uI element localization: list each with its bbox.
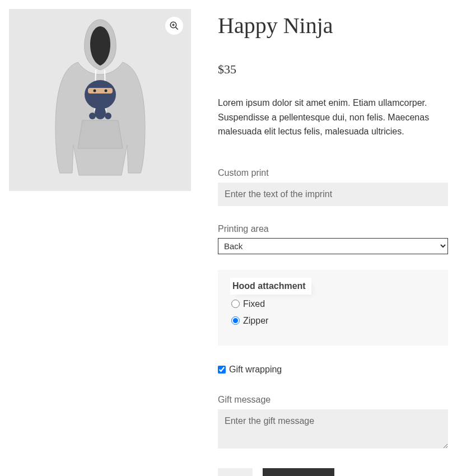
svg-point-2 <box>85 80 116 109</box>
quantity-input[interactable] <box>218 468 253 476</box>
magnify-plus-icon <box>169 21 179 31</box>
printing-area-select[interactable]: Back <box>218 238 448 254</box>
product-short-description: Lorem ipsum dolor sit amet enim. Etiam u… <box>218 96 448 139</box>
gift-message-label: Gift message <box>218 393 448 407</box>
hood-zipper-radio[interactable] <box>231 316 240 325</box>
gift-wrapping-label[interactable]: Gift wrapping <box>229 362 282 377</box>
hood-attachment-legend: Hood attachment <box>230 278 311 295</box>
hood-fixed-radio[interactable] <box>231 300 240 308</box>
printing-area-label: Printing area <box>218 222 448 236</box>
hood-attachment-fieldset: Hood attachment Fixed Zipper <box>218 270 448 346</box>
zoom-button[interactable] <box>165 17 183 35</box>
svg-point-5 <box>104 89 107 92</box>
custom-print-label: Custom print <box>218 166 448 180</box>
hood-fixed-label[interactable]: Fixed <box>243 297 265 311</box>
add-to-cart-row: Add to cart <box>218 468 448 476</box>
hoodie-illustration <box>39 16 162 184</box>
product-title: Happy Ninja <box>218 12 448 39</box>
svg-point-7 <box>89 113 96 119</box>
product-image[interactable] <box>9 9 191 191</box>
svg-rect-3 <box>88 88 113 94</box>
gift-message-field: Gift message <box>218 393 448 452</box>
svg-point-8 <box>105 113 111 119</box>
svg-point-4 <box>93 89 96 92</box>
hood-option-fixed: Fixed <box>231 297 435 311</box>
hood-zipper-label[interactable]: Zipper <box>243 314 268 328</box>
gift-wrapping-checkbox[interactable] <box>218 366 226 374</box>
custom-print-field: Custom print <box>218 166 448 206</box>
add-to-cart-button[interactable]: Add to cart <box>263 468 334 476</box>
svg-point-6 <box>95 106 106 119</box>
product-price: $35 <box>218 59 448 79</box>
gift-wrapping-field: Gift wrapping <box>218 362 448 377</box>
gift-message-textarea[interactable] <box>218 409 448 449</box>
printing-area-field: Printing area Back <box>218 222 448 255</box>
product-gallery <box>9 9 191 476</box>
product-summary: Happy Ninja $35 Lorem ipsum dolor sit am… <box>218 9 448 476</box>
custom-print-input[interactable] <box>218 183 448 206</box>
hood-option-zipper: Zipper <box>231 314 435 328</box>
product-page: Happy Ninja $35 Lorem ipsum dolor sit am… <box>9 9 448 476</box>
svg-line-10 <box>176 27 178 30</box>
